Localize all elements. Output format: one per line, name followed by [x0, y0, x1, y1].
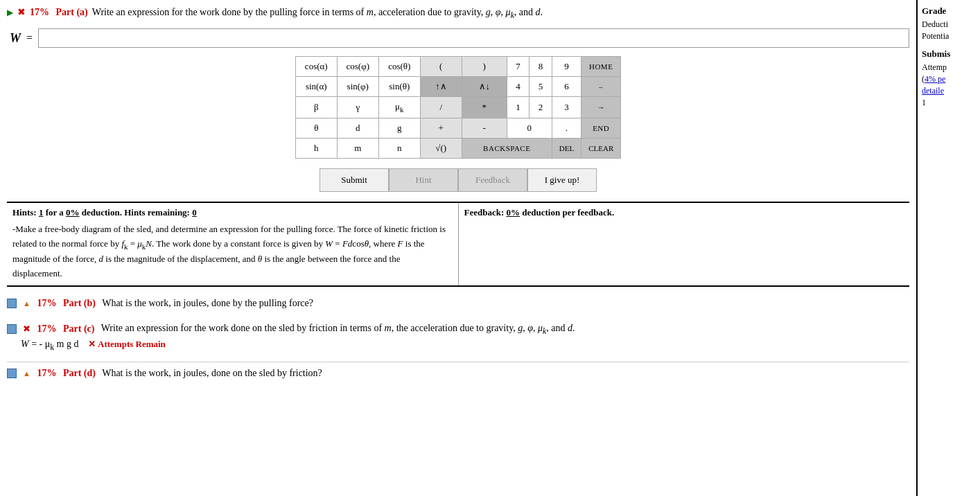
key-cos-phi[interactable]: cos(φ) — [337, 57, 378, 77]
detailed-link[interactable]: detaile — [922, 86, 944, 96]
key-cos-alpha[interactable]: cos(α) — [295, 57, 337, 77]
x-icon-part-a: ✖ — [17, 6, 26, 19]
part-c-question: Write an expression for the work done on… — [98, 323, 575, 336]
key-cos-theta[interactable]: cos(θ) — [378, 57, 420, 77]
attempt-number: 1 — [922, 98, 976, 108]
key-close-paren[interactable]: ) — [462, 57, 507, 77]
part-d-percent: 17% — [35, 368, 59, 379]
part-c-answer: W = - μk m g d ✕ Attempts Remain — [21, 339, 909, 352]
key-gamma[interactable]: γ — [337, 97, 378, 118]
key-open-paren[interactable]: ( — [420, 57, 462, 77]
part-d-triangle-icon: ▲ — [23, 369, 30, 378]
sidebar: Grade Deducti Potentia Submis Attemp (4%… — [918, 0, 980, 496]
part-c-section: ✖ 17% Part (c) Write an expression for t… — [7, 319, 909, 356]
hints-remaining: 0 — [192, 207, 197, 218]
key-7[interactable]: 7 — [507, 57, 530, 77]
key-3[interactable]: 3 — [552, 97, 581, 118]
key-8[interactable]: 8 — [530, 57, 552, 77]
attempts-label: Attemp — [922, 62, 976, 73]
part-d-section: ▲ 17% Part (d) What is the work, in joul… — [7, 362, 909, 383]
key-1[interactable]: 1 — [507, 97, 530, 118]
key-sin-phi[interactable]: sin(φ) — [337, 77, 378, 97]
key-6[interactable]: 6 — [552, 77, 581, 97]
key-del[interactable]: DEL — [552, 138, 581, 158]
deduction-label: Deducti — [922, 19, 976, 30]
key-multiply[interactable]: * — [462, 97, 507, 118]
hint-button[interactable]: Hint — [389, 168, 458, 192]
hint-count[interactable]: 1 — [39, 207, 44, 218]
key-h[interactable]: h — [295, 138, 337, 158]
expression-input[interactable] — [38, 28, 909, 48]
key-backspace[interactable]: BACKSPACE — [462, 138, 552, 158]
key-clear[interactable]: CLEAR — [581, 138, 621, 158]
key-sqrt[interactable]: √() — [420, 138, 462, 158]
hints-header: Hints: 1 for a 0% deduction. Hints remai… — [12, 207, 453, 218]
play-icon[interactable]: ▶ — [7, 7, 13, 19]
key-sin-alpha[interactable]: sin(α) — [295, 77, 337, 97]
submit-button[interactable]: Submit — [320, 168, 389, 192]
math-keyboard: cos(α) cos(φ) cos(θ) ( ) 7 8 9 HOME sin(… — [295, 56, 621, 159]
part-b-percent: 17% — [35, 298, 59, 309]
key-m[interactable]: m — [337, 138, 378, 158]
key-home[interactable]: HOME — [581, 57, 621, 77]
key-d[interactable]: d — [337, 118, 378, 138]
key-5[interactable]: 5 — [530, 77, 552, 97]
key-sin-theta[interactable]: sin(θ) — [378, 77, 420, 97]
part-b-question: What is the work, in joules, done by the… — [100, 298, 313, 309]
part-d-question: What is the work, in joules, done on the… — [100, 368, 322, 379]
percent-link[interactable]: 4% pe — [925, 74, 945, 84]
key-minus[interactable]: - — [462, 118, 507, 138]
grade-label: Grade — [922, 6, 976, 17]
key-mu-k[interactable]: μk — [378, 97, 420, 118]
key-4[interactable]: 4 — [507, 77, 530, 97]
part-a-title: Part (a) — [53, 6, 88, 19]
attempts-remain-label: ✕ Attempts Remain — [88, 339, 165, 349]
part-b-square-icon — [7, 299, 17, 308]
key-minus-dash[interactable]: – — [581, 77, 621, 97]
key-end[interactable]: END — [581, 118, 621, 138]
feedback-deduction: 0% — [507, 207, 520, 218]
key-beta[interactable]: β — [295, 97, 337, 118]
percent-per-label: (4% pe — [922, 74, 976, 85]
part-b-triangle-icon: ▲ — [23, 299, 30, 308]
hint-deduction: 0% — [66, 207, 80, 218]
key-right-arrow[interactable]: → — [581, 97, 621, 118]
submission-label: Submis — [922, 48, 976, 60]
part-b-label: Part (b) — [63, 298, 96, 309]
part-c-label: Part (c) — [63, 324, 94, 335]
part-d-label: Part (d) — [63, 368, 96, 379]
equals-sign: = — [26, 32, 33, 44]
give-up-button[interactable]: I give up! — [527, 168, 597, 192]
part-d-square-icon — [7, 369, 17, 378]
w-label: W — [10, 31, 21, 46]
part-a-question: Write an expression for the work done by… — [92, 6, 543, 21]
key-plus[interactable]: + — [420, 118, 462, 138]
part-c-square-icon — [7, 324, 17, 334]
key-0[interactable]: 0 — [507, 118, 552, 138]
part-c-percent: 17% — [35, 324, 59, 335]
key-n[interactable]: n — [378, 138, 420, 158]
part-b-section: ▲ 17% Part (b) What is the work, in joul… — [7, 294, 909, 313]
key-g[interactable]: g — [378, 118, 420, 138]
part-c-x-icon: ✖ — [23, 324, 30, 335]
feedback-button[interactable]: Feedback — [458, 168, 527, 192]
key-theta[interactable]: θ — [295, 118, 337, 138]
key-divide[interactable]: / — [420, 97, 462, 118]
hint-body: -Make a free-body diagram of the sled, a… — [12, 222, 453, 281]
key-2[interactable]: 2 — [530, 97, 552, 118]
feedback-header: Feedback: 0% deduction per feedback. — [464, 207, 904, 218]
key-down-arrow[interactable]: ∧↓ — [462, 77, 507, 97]
key-9[interactable]: 9 — [552, 57, 581, 77]
key-dot[interactable]: . — [552, 118, 581, 138]
potential-label: Potentia — [922, 31, 976, 42]
key-up-arrow[interactable]: ↑∧ — [420, 77, 462, 97]
part-a-label: 17% — [30, 6, 49, 19]
